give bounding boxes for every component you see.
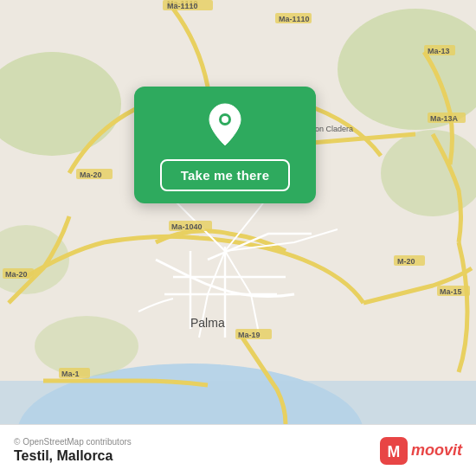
bottom-bar: © OpenStreetMap contributors Testil, Mal… (0, 424, 476, 476)
svg-text:Son Cladera: Son Cladera (310, 125, 353, 133)
moovit-icon: M (380, 437, 408, 465)
svg-text:Ma-15: Ma-15 (440, 287, 462, 296)
map-container: Ma-1110 Ma-1110 Ma-1110 Ma-13 Ma-13A Ma-… (0, 0, 476, 424)
svg-text:Ma-1110: Ma-1110 (279, 15, 310, 23)
moovit-logo[interactable]: M moovit (380, 437, 462, 465)
svg-text:Ma-13A: Ma-13A (430, 114, 459, 123)
attribution-text: © OpenStreetMap contributors (14, 437, 132, 447)
location-icon-wrapper (206, 102, 244, 151)
svg-text:Ma-19: Ma-19 (238, 331, 261, 339)
svg-text:Palma: Palma (190, 316, 225, 330)
location-pin-icon (206, 102, 244, 147)
svg-text:Ma-1110: Ma-1110 (167, 2, 198, 10)
action-card: Take me there (134, 87, 316, 203)
location-name: Testil, Mallorca (14, 448, 132, 464)
svg-text:Ma-1040: Ma-1040 (171, 222, 203, 231)
svg-text:Ma-20: Ma-20 (80, 170, 102, 179)
map-background: Ma-1110 Ma-1110 Ma-1110 Ma-13 Ma-13A Ma-… (0, 0, 476, 424)
bottom-left: © OpenStreetMap contributors Testil, Mal… (14, 437, 132, 464)
moovit-label: moovit (411, 441, 462, 460)
svg-text:Ma-13: Ma-13 (428, 47, 450, 55)
svg-point-7 (35, 316, 138, 376)
svg-rect-2 (0, 381, 476, 424)
svg-text:Ma-20: Ma-20 (5, 270, 28, 279)
svg-point-38 (222, 116, 228, 123)
svg-text:M-20: M-20 (397, 257, 415, 266)
svg-text:M: M (388, 443, 401, 460)
svg-text:Ma-1: Ma-1 (61, 370, 80, 378)
take-me-there-button[interactable]: Take me there (160, 159, 290, 191)
